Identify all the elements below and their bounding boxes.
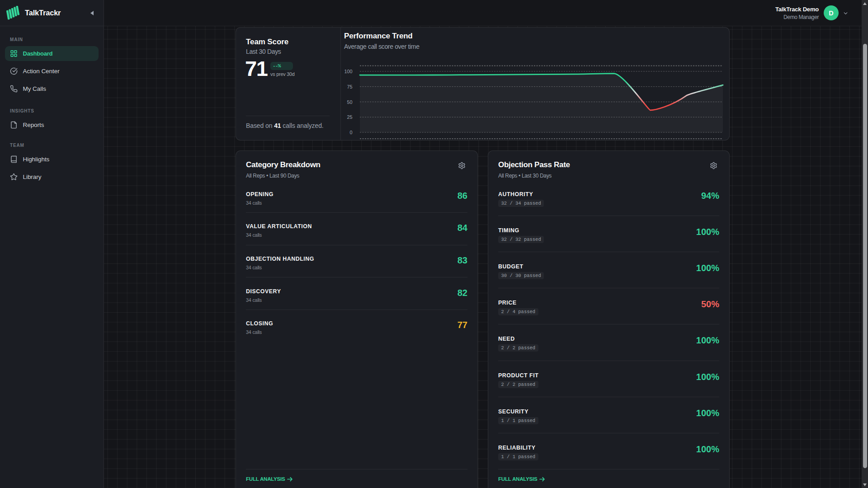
svg-text:0: 0	[349, 130, 352, 135]
svg-text:50: 50	[347, 99, 352, 105]
svg-text:100: 100	[344, 69, 352, 74]
svg-text:75: 75	[347, 84, 352, 89]
svg-text:25: 25	[347, 114, 352, 120]
